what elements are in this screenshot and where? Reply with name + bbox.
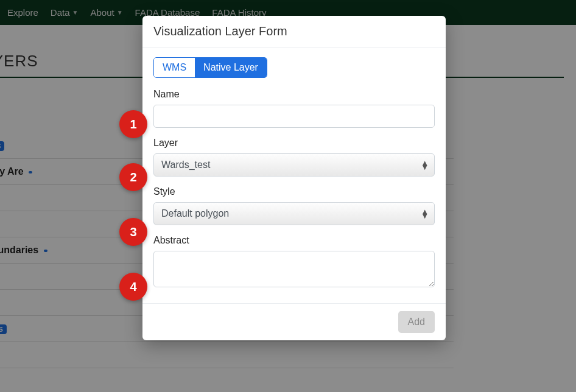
- modal-header: Visualization Layer Form: [142, 16, 446, 47]
- name-label: Name: [153, 89, 435, 100]
- layer-label: Layer: [153, 138, 435, 149]
- visualization-layer-form-modal: Visualization Layer Form WMS Native Laye…: [142, 16, 446, 340]
- modal-body: WMS Native Layer Name Layer Wards_test ▲…: [142, 47, 446, 303]
- layer-select[interactable]: Wards_test: [153, 153, 435, 177]
- abstract-label: Abstract: [153, 235, 435, 246]
- style-select[interactable]: Default polygon: [153, 202, 435, 225]
- step-badge-1: 1: [119, 110, 147, 138]
- tab-wms[interactable]: WMS: [154, 58, 195, 77]
- step-badge-4: 4: [119, 273, 147, 301]
- modal-footer: Add: [142, 303, 446, 340]
- abstract-textarea[interactable]: [153, 251, 435, 287]
- tab-native-layer[interactable]: Native Layer: [195, 58, 267, 77]
- modal-title: Visualization Layer Form: [153, 24, 435, 38]
- step-badge-3: 3: [119, 218, 147, 246]
- step-badge-2: 2: [119, 163, 147, 191]
- source-tabs: WMS Native Layer: [153, 57, 267, 78]
- add-button[interactable]: Add: [398, 311, 435, 333]
- style-label: Style: [153, 186, 435, 197]
- name-input[interactable]: [153, 105, 435, 128]
